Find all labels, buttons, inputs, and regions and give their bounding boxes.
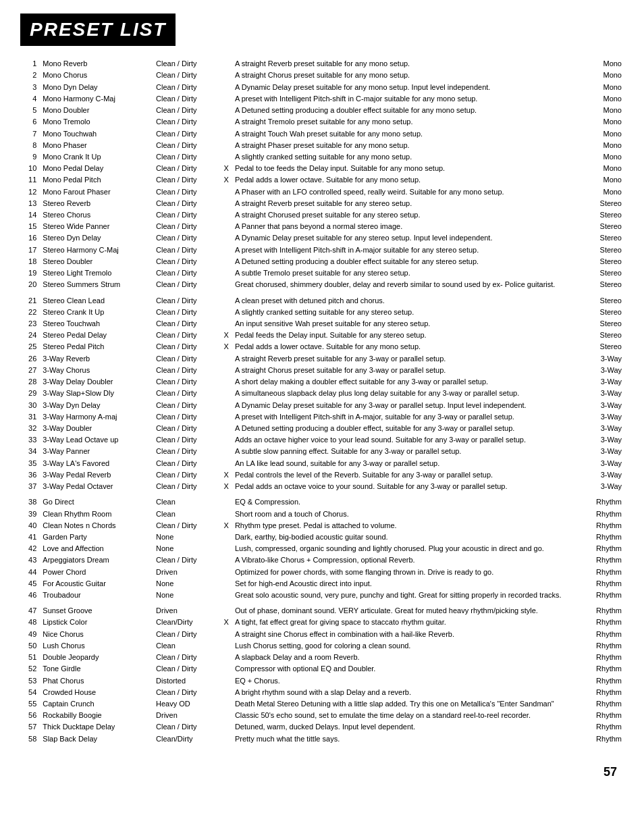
table-row: 41 Garden Party None Dark, earthy, big-b… [20, 531, 624, 543]
preset-type: 3-Way [583, 376, 624, 388]
preset-type: 3-Way [583, 388, 624, 399]
preset-desc: Great solo acoustic sound, very pure, pu… [233, 590, 584, 601]
preset-type: Mono [583, 81, 624, 93]
preset-x: X [219, 520, 232, 531]
preset-name: Go Direct [41, 496, 154, 508]
preset-num: 26 [20, 353, 41, 364]
preset-type: Stereo [583, 318, 624, 330]
preset-mode: Clean / Dirty [154, 629, 219, 640]
preset-mode: Clean / Dirty [154, 365, 219, 376]
table-row: 49 Nice Chorus Clean / Dirty A straight … [20, 629, 624, 640]
preset-x [219, 70, 232, 81]
preset-x: X [219, 163, 232, 174]
preset-x [219, 81, 232, 93]
preset-x: X [219, 330, 232, 341]
preset-num: 15 [20, 221, 41, 232]
preset-desc: A preset with Intelligent Pitch-shift in… [233, 244, 584, 256]
table-row: 50 Lush Chorus Clean Lush Chorus setting… [20, 640, 624, 652]
preset-type: Rhythm [583, 578, 624, 590]
preset-x [219, 640, 232, 652]
preset-mode: Clean / Dirty [154, 209, 219, 221]
table-row: 44 Power Chord Driven Optimized for powe… [20, 566, 624, 577]
preset-type: Rhythm [583, 566, 624, 577]
table-row: 39 Clean Rhythm Room Clean Short room an… [20, 508, 624, 519]
preset-x [219, 105, 232, 116]
preset-x [219, 605, 232, 617]
preset-table: 1 Mono Reverb Clean / Dirty A straight R… [20, 58, 624, 745]
preset-x: X [219, 341, 232, 353]
preset-num: 52 [20, 663, 41, 675]
preset-num: 48 [20, 617, 41, 628]
preset-desc: A Dynamic Delay preset suitable for any … [233, 232, 584, 244]
preset-type: Rhythm [583, 675, 624, 686]
preset-desc: A Detuned setting producing a doubler ef… [233, 423, 584, 434]
preset-x [219, 318, 232, 330]
preset-type: Mono [583, 186, 624, 197]
preset-x [219, 232, 232, 244]
preset-desc: A preset with Intelligent Pitch-shift in… [233, 411, 584, 423]
preset-name: Stereo Crank It Up [41, 307, 154, 318]
table-row: 32 3-Way Doubler Clean / Dirty A Detuned… [20, 423, 624, 434]
preset-name: Mono Reverb [41, 58, 154, 70]
preset-mode: Clean / Dirty [154, 652, 219, 663]
preset-num: 54 [20, 687, 41, 698]
preset-num: 44 [20, 566, 41, 577]
preset-mode: Distorted [154, 675, 219, 686]
preset-type: Stereo [583, 256, 624, 267]
preset-x: X [219, 481, 232, 492]
preset-desc: Set for high-end Acoustic direct into in… [233, 578, 584, 590]
preset-num: 13 [20, 198, 41, 209]
preset-name: For Acoustic Guitar [41, 578, 154, 590]
preset-type: Stereo [583, 341, 624, 353]
preset-type: Mono [583, 174, 624, 186]
table-row: 4 Mono Harmony C-Maj Clean / Dirty A pre… [20, 93, 624, 105]
preset-type: Rhythm [583, 617, 624, 628]
preset-name: Mono Phaser [41, 140, 154, 151]
table-row: 1 Mono Reverb Clean / Dirty A straight R… [20, 58, 624, 70]
preset-num: 5 [20, 105, 41, 116]
preset-name: Mono Doubler [41, 105, 154, 116]
preset-x [219, 198, 232, 209]
preset-num: 51 [20, 652, 41, 663]
preset-mode: Clean / Dirty [154, 81, 219, 93]
preset-type: Rhythm [583, 629, 624, 640]
preset-desc: A Dynamic Delay preset suitable for any … [233, 81, 584, 93]
preset-x [219, 446, 232, 457]
preset-type: Rhythm [583, 496, 624, 508]
preset-name: Sunset Groove [41, 605, 154, 617]
preset-num: 9 [20, 151, 41, 163]
preset-name: 3-Way Pedal Reverb [41, 469, 154, 481]
preset-type: Mono [583, 128, 624, 139]
preset-desc: A clean preset with detuned pitch and ch… [233, 294, 584, 306]
preset-num: 20 [20, 279, 41, 290]
table-row: 15 Stereo Wide Panner Clean / Dirty A Pa… [20, 221, 624, 232]
preset-name: Mono Touchwah [41, 128, 154, 139]
preset-mode: Clean / Dirty [154, 186, 219, 197]
preset-type: 3-Way [583, 457, 624, 469]
preset-name: Stereo Touchwah [41, 318, 154, 330]
preset-x: X [219, 469, 232, 481]
table-row: 33 3-Way Lead Octave up Clean / Dirty Ad… [20, 434, 624, 446]
preset-x [219, 578, 232, 590]
preset-desc: Rhythm type preset. Pedal is attached to… [233, 520, 584, 531]
preset-mode: Clean / Dirty [154, 434, 219, 446]
preset-num: 37 [20, 481, 41, 492]
preset-num: 57 [20, 721, 41, 733]
preset-name: 3-Way Panner [41, 446, 154, 457]
preset-type: Stereo [583, 279, 624, 290]
table-row: 26 3-Way Reverb Clean / Dirty A straight… [20, 353, 624, 364]
preset-name: Mono Farout Phaser [41, 186, 154, 197]
preset-num: 53 [20, 675, 41, 686]
preset-type: Mono [583, 116, 624, 128]
preset-type: Rhythm [583, 554, 624, 566]
table-row: 36 3-Way Pedal Reverb Clean / Dirty X Pe… [20, 469, 624, 481]
table-row: 47 Sunset Groove Driven Out of phase, do… [20, 605, 624, 617]
preset-name: Mono Chorus [41, 70, 154, 81]
preset-mode: Clean / Dirty [154, 116, 219, 128]
table-row: 37 3-Way Pedal Octaver Clean / Dirty X P… [20, 481, 624, 492]
preset-mode: Clean / Dirty [154, 388, 219, 399]
preset-type: Rhythm [583, 733, 624, 744]
preset-name: Mono Harmony C-Maj [41, 93, 154, 105]
preset-desc: Detuned, warm, ducked Delays. Input leve… [233, 721, 584, 733]
preset-name: Tone Girdle [41, 663, 154, 675]
